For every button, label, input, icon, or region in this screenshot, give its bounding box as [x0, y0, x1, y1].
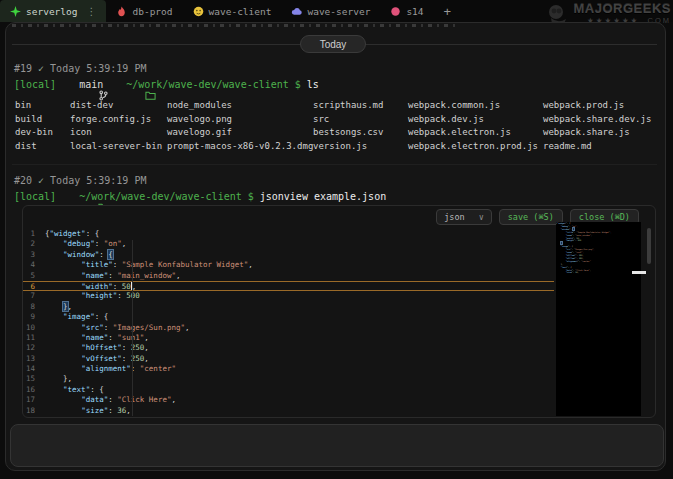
block-timestamp: Today 5:39:19 PM [50, 63, 146, 74]
editor-line-10[interactable]: 10 "src": "Images/Sun.png", [23, 323, 554, 333]
tab-wave-client[interactable]: wave-client [183, 0, 282, 22]
code-text: "src": "Images/Sun.png", [45, 323, 190, 333]
tab-list: serverlog⋮db-prodwave-clientwave-servers… [0, 0, 434, 22]
file-name: webpack.electron.prod.js [408, 140, 543, 154]
tab-wave-server[interactable]: wave-server [281, 0, 380, 22]
tab-serverlog[interactable]: serverlog⋮ [0, 0, 106, 22]
editor-line-17[interactable]: 17 "data": "Click Here", [23, 395, 554, 405]
code-text: "text": { [45, 385, 104, 395]
folder-icon [109, 79, 120, 90]
code-text: }, [45, 302, 72, 312]
editor-line-13[interactable]: 13 "vOffset": 250, [23, 354, 554, 364]
app-window: serverlog⋮db-prodwave-clientwave-servers… [0, 0, 673, 479]
watermark-title: MAJORGEEKS [574, 2, 671, 15]
tab-menu-icon[interactable]: ⋮ [86, 6, 96, 17]
line-number: 3 [23, 250, 45, 260]
editor-line-8[interactable]: 8 }, [23, 302, 554, 312]
block-divider [12, 164, 657, 165]
line-number: 11 [23, 333, 45, 343]
file-name: webpack.prod.js [543, 99, 663, 113]
tab-label: db-prod [132, 6, 172, 17]
code-text: }, [45, 374, 72, 384]
prompt-command: ls [307, 79, 319, 90]
file-name: webpack.share.dev.js [543, 113, 663, 127]
ls-column: webpack.prod.jswebpack.share.dev.jswebpa… [543, 99, 663, 153]
code-text: "vOffset": 250, [45, 354, 149, 364]
prompt-host: [local] [14, 79, 56, 90]
file-name: prompt-macos-x86-v0.2.3.dmg [167, 140, 313, 154]
ls-column: scripthaus.mdsrcbestsongs.csvversion.js [313, 99, 408, 153]
editor-line-2[interactable]: 2 "debug": "on", [23, 239, 554, 249]
language-mode-select[interactable]: json ∨ [436, 209, 492, 225]
file-name: icon [70, 126, 167, 140]
command-block-20-header: #20 ✓ Today 5:39:19 PM [14, 175, 146, 186]
ls-column: dist-devforge.config.jsiconlocal-serever… [70, 99, 167, 153]
editor-line-15[interactable]: 15 }, [23, 374, 554, 384]
tab-label: serverlog [26, 6, 77, 17]
file-name: wavelogo.gif [167, 126, 313, 140]
file-name: dev-bin [15, 126, 70, 140]
command-input-box[interactable]: [local] main ~/work/prompt-dev/prompt-cl… [10, 424, 664, 467]
editor-line-4[interactable]: 4 "title": "Sample Konfabulator Widget", [23, 260, 554, 270]
minimap-line: "size": 36, [556, 271, 641, 274]
line-number: 17 [23, 395, 45, 405]
dot-icon [390, 6, 401, 17]
ls-column: webpack.common.jswebpack.dev.jswebpack.e… [408, 99, 543, 153]
file-name: local-serever-bin [70, 140, 167, 154]
editor-line-7[interactable]: 7 "height": 500 [23, 291, 554, 301]
code-text: "data": "Click Here", [45, 395, 176, 405]
editor-line-3[interactable]: 3 "window": { [23, 250, 554, 260]
file-name: dist-dev [70, 99, 167, 113]
ls-output: binbuilddev-bindistdist-devforge.config.… [15, 99, 663, 153]
editor-line-5[interactable]: 5 "name": "main_window", [23, 271, 554, 281]
prompt-dollar: $ [248, 191, 254, 202]
editor-scrollbar[interactable] [647, 228, 651, 264]
language-mode-value: json [444, 212, 464, 222]
prompt-command: jsonview example.json [260, 191, 386, 202]
editor-minimap[interactable]: {"widget": { "debug": "on", "window": { … [556, 222, 641, 416]
success-check-icon: ✓ [38, 175, 44, 186]
tab-s14[interactable]: s14 [380, 0, 433, 22]
command-block-19-header: #19 ✓ Today 5:39:19 PM [14, 63, 146, 74]
code-text: "image": { [45, 312, 108, 322]
ls-column: node_moduleswavelogo.pngwavelogo.gifprom… [167, 99, 313, 153]
editor-line-14[interactable]: 14 "alignment": "center" [23, 364, 554, 374]
add-tab-button[interactable]: + [436, 0, 460, 22]
line-number: 16 [23, 385, 45, 395]
code-text: {"widget": { [45, 229, 99, 239]
save-button[interactable]: save (⌘S) [499, 209, 563, 225]
file-name: version.js [313, 140, 408, 154]
tab-db-prod[interactable]: db-prod [106, 0, 182, 22]
code-text: "height": 500 [45, 291, 140, 301]
file-name: webpack.electron.js [408, 126, 543, 140]
code-text: "name": "sun1", [45, 333, 149, 343]
file-name: readme.md [543, 140, 663, 154]
line-number: 5 [23, 271, 45, 281]
tab-label: wave-server [307, 6, 370, 17]
clipped-scrollback-line [12, 24, 457, 27]
line-number: 6 [23, 282, 45, 290]
json-editor[interactable]: 1{"widget": {2 "debug": "on",3 "window":… [23, 229, 554, 417]
block-number: #20 [14, 175, 32, 186]
block-number: #19 [14, 63, 32, 74]
editor-line-6[interactable]: 6 "width": 50, [23, 281, 554, 291]
editor-line-1[interactable]: 1{"widget": { [23, 229, 554, 239]
file-name: webpack.share.js [543, 126, 663, 140]
code-text: "alignment": "center" [45, 364, 176, 374]
git-branch-icon [62, 79, 73, 90]
folder-icon [62, 191, 73, 202]
flame-icon [116, 6, 127, 17]
editor-line-11[interactable]: 11 "name": "sun1", [23, 333, 554, 343]
file-name: dist [15, 140, 70, 154]
line-number: 14 [23, 364, 45, 374]
file-name: scripthaus.md [313, 99, 408, 113]
line-number: 8 [23, 302, 45, 312]
editor-line-12[interactable]: 12 "hOffset": 250, [23, 343, 554, 353]
editor-line-18[interactable]: 18 "size": 36, [23, 406, 554, 416]
editor-line-16[interactable]: 16 "text": { [23, 385, 554, 395]
editor-line-9[interactable]: 9 "image": { [23, 312, 554, 322]
line-number: 15 [23, 374, 45, 384]
code-text: "title": "Sample Konfabulator Widget", [45, 260, 253, 270]
chevron-down-icon: ∨ [479, 212, 484, 222]
file-name: build [15, 113, 70, 127]
